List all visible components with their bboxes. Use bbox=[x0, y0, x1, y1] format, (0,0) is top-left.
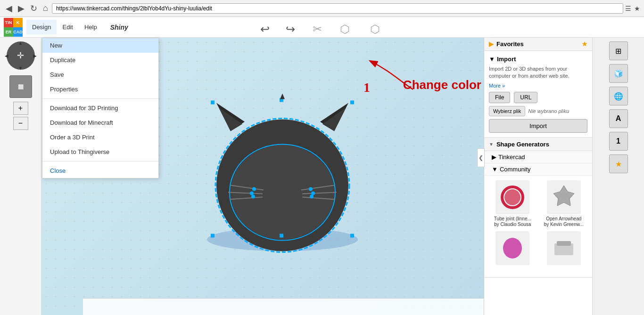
choose-file-button[interactable]: Wybierz plik bbox=[489, 106, 525, 116]
text-icon-button[interactable]: A bbox=[609, 109, 628, 128]
url-type-button[interactable]: URL bbox=[514, 92, 537, 103]
reload-button[interactable]: ↻ bbox=[28, 2, 39, 15]
menu-item-upload-thingiverse[interactable]: Upload to Thingiverse bbox=[42, 145, 158, 159]
shape-item-3[interactable] bbox=[489, 231, 537, 273]
nav-right: ▶ bbox=[33, 53, 37, 58]
shape-svg-1 bbox=[498, 183, 527, 211]
redo-icon: ↪ bbox=[286, 23, 295, 36]
community-shapes-grid: Tube joint (linne... by Claudio Sousa Op… bbox=[484, 176, 592, 277]
design-menu-button[interactable]: Design bbox=[26, 20, 57, 34]
shape-thumb-2 bbox=[547, 180, 581, 214]
import-description: Import 2D or 3D shapes from your compute… bbox=[489, 65, 587, 80]
help-menu-button[interactable]: Help bbox=[79, 20, 103, 34]
shapes-panel: ▶ Favorites ★ ▼ Import Import 2D or 3D s… bbox=[484, 38, 592, 315]
svg-point-2 bbox=[503, 238, 522, 258]
community-arrow-icon: ▼ bbox=[492, 166, 498, 173]
nav-left: ◀ bbox=[5, 53, 8, 58]
browser-icons: ☰★ bbox=[625, 5, 640, 12]
file-type-button[interactable]: File bbox=[489, 92, 510, 103]
menu-item-download-minecraft[interactable]: Download for Minecraft bbox=[42, 115, 158, 130]
menu-item-download-3d[interactable]: Download for 3D Printing bbox=[42, 101, 158, 115]
zoom-out-button[interactable]: − bbox=[13, 117, 28, 130]
forward-button[interactable]: ▶ bbox=[16, 2, 26, 15]
logo-cell-er: ER bbox=[4, 27, 13, 37]
shape-label-4 bbox=[563, 267, 564, 273]
top-handle-arrow bbox=[280, 93, 285, 99]
shape-generators-section: ▼ Shape Generators ▶ Tinkercad ▼ Communi… bbox=[484, 138, 592, 278]
menu-item-properties[interactable]: Properties bbox=[42, 82, 158, 97]
shape-svg-2 bbox=[550, 183, 578, 211]
shape-generators-label: Shape Generators bbox=[496, 141, 549, 148]
menu-item-new[interactable]: New bbox=[42, 38, 158, 53]
design-dropdown-menu: New Duplicate Save Properties Download f… bbox=[42, 38, 159, 178]
import-main-button[interactable]: Import bbox=[489, 119, 587, 133]
whisker-dot-r2 bbox=[311, 191, 315, 195]
whisker-dot-l2 bbox=[250, 191, 254, 195]
url-bar[interactable] bbox=[52, 3, 623, 14]
shape-item-4[interactable] bbox=[540, 231, 588, 273]
3d-shapes-icon-button[interactable]: 🧊 bbox=[609, 64, 628, 83]
globe-icon-button[interactable]: 🌐 bbox=[609, 87, 628, 105]
import-section: ▼ Import Import 2D or 3D shapes from you… bbox=[484, 51, 592, 138]
back-button[interactable]: ◀ bbox=[4, 2, 14, 15]
shape-thumb-1 bbox=[495, 180, 529, 214]
number-icon-button[interactable]: 1 bbox=[609, 132, 628, 151]
group-icon: ⬡ bbox=[340, 23, 350, 36]
svg-text:1: 1 bbox=[363, 80, 370, 94]
nav-orb-icon: ✛ bbox=[17, 50, 24, 61]
home-button[interactable]: ⌂ bbox=[41, 2, 50, 14]
shape-svg-3 bbox=[498, 234, 527, 262]
menu-item-duplicate[interactable]: Duplicate bbox=[42, 53, 158, 67]
nav-up: ▲ bbox=[18, 40, 23, 46]
shape-label-1: Tube joint (linne... by Claudio Sousa bbox=[494, 216, 531, 227]
change-color-arrow: 1 bbox=[361, 57, 418, 94]
shape-generators-header[interactable]: ▼ Shape Generators bbox=[484, 138, 592, 151]
sel-mid-bottom bbox=[280, 234, 283, 237]
sel-corner-tr bbox=[350, 100, 354, 104]
sel-corner-br bbox=[350, 234, 354, 237]
panel-collapse-button[interactable]: ❮ bbox=[477, 148, 485, 167]
left-panel: ✛ ▲ ▼ ◀ ▶ ⬜ + − bbox=[0, 38, 41, 315]
menu-divider-2 bbox=[42, 161, 158, 162]
view-cube-button[interactable]: ⬜ bbox=[9, 75, 32, 98]
shape-thumb-3 bbox=[495, 231, 529, 265]
favorites-header[interactable]: ▶ Favorites ★ bbox=[484, 38, 592, 51]
edit-menu-button[interactable]: Edit bbox=[57, 20, 78, 34]
shape-item-2[interactable]: Open Arrowhead by Kevin Greenw... bbox=[540, 180, 588, 227]
tinkercad-logo: TIN K ER CAD bbox=[4, 18, 23, 37]
whisker-dot-r1 bbox=[309, 187, 313, 191]
adjust-icon: ✂ bbox=[313, 23, 322, 36]
sel-corner-bl bbox=[211, 234, 215, 237]
shape-item-1[interactable]: Tube joint (linne... by Claudio Sousa bbox=[489, 180, 537, 227]
shape-thumb-4 bbox=[547, 231, 581, 265]
right-sidebar: ⊞ 🧊 🌐 A 1 ★ bbox=[592, 38, 644, 315]
face-area bbox=[231, 145, 334, 239]
file-row: Wybierz plik Nie wybrano pliku bbox=[489, 106, 587, 116]
shape-generators-arrow-icon: ▼ bbox=[489, 142, 494, 147]
favorites-label: Favorites bbox=[496, 40, 524, 48]
menu-item-save[interactable]: Save bbox=[42, 67, 158, 82]
community-subsection-header[interactable]: ▼ Community bbox=[484, 163, 592, 176]
shapes-grid-icon-button[interactable]: ⊞ bbox=[609, 41, 628, 60]
ungroup-icon: ⬡ bbox=[370, 23, 380, 36]
whisker-dot-r3 bbox=[310, 194, 314, 198]
logo-cell-tin: TIN bbox=[4, 18, 13, 27]
menu-item-order-3d-print[interactable]: Order a 3D Print bbox=[42, 130, 158, 145]
menu-divider-1 bbox=[42, 98, 158, 99]
star-icon-button[interactable]: ★ bbox=[609, 154, 628, 173]
import-arrow-icon: ▼ bbox=[489, 56, 495, 63]
svg-rect-4 bbox=[557, 241, 571, 246]
community-label: Community bbox=[500, 166, 531, 173]
tinkercad-label: Tinkercad bbox=[498, 153, 525, 161]
tinkercad-subsection-header[interactable]: ▶ Tinkercad bbox=[484, 151, 592, 163]
whisker-dot-l3 bbox=[251, 194, 255, 198]
star-icon: ▶ bbox=[489, 40, 494, 48]
nav-down: ▼ bbox=[18, 65, 23, 71]
view-cube-icon: ⬜ bbox=[18, 84, 24, 89]
more-link[interactable]: More » bbox=[489, 83, 505, 89]
favorites-star-icon: ★ bbox=[582, 40, 587, 48]
shape-label-3 bbox=[512, 267, 513, 273]
zoom-in-button[interactable]: + bbox=[13, 102, 28, 115]
import-title: ▼ Import bbox=[489, 56, 587, 63]
menu-item-close[interactable]: Close bbox=[42, 163, 158, 178]
